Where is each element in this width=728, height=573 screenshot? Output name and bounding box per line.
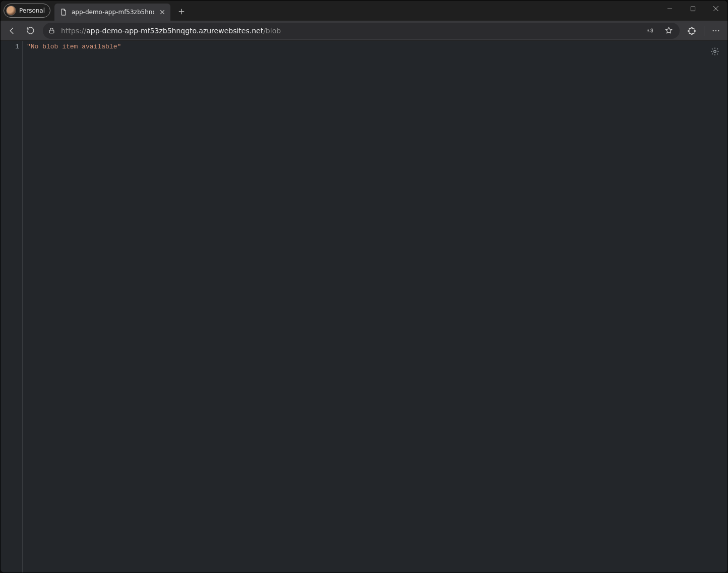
svg-point-13 <box>714 50 716 53</box>
file-icon <box>59 8 68 16</box>
close-window-button[interactable] <box>704 1 727 17</box>
url-text: https://app-demo-app-mf53zb5hnqgto.azure… <box>61 27 637 35</box>
svg-point-12 <box>718 30 719 31</box>
minimize-button[interactable] <box>658 1 681 17</box>
tab-title: app-demo-app-mf53zb5hnqgto <box>72 9 154 16</box>
json-viewer[interactable]: "No blob item available" <box>1 41 727 50</box>
toolbar-right <box>684 23 724 39</box>
toolbar-divider <box>704 26 704 36</box>
page-content: 1 "No blob item available" <box>1 41 727 572</box>
lock-icon[interactable] <box>48 27 56 35</box>
refresh-button[interactable] <box>22 23 39 39</box>
profile-button[interactable]: Personal <box>4 4 50 18</box>
svg-rect-8 <box>49 30 54 33</box>
window-controls <box>658 1 727 17</box>
line-number: 1 <box>1 43 19 50</box>
url-scheme: https:// <box>61 27 86 35</box>
tab-close-button[interactable] <box>158 8 166 16</box>
settings-menu-button[interactable] <box>707 23 724 39</box>
new-tab-button[interactable] <box>173 4 190 20</box>
svg-point-10 <box>713 30 714 31</box>
read-aloud-button[interactable]: A <box>642 23 656 39</box>
toolbar: https://app-demo-app-mf53zb5hnqgto.azure… <box>1 21 727 41</box>
svg-rect-5 <box>691 7 695 11</box>
line-gutter: 1 <box>1 41 23 572</box>
profile-label: Personal <box>19 7 45 14</box>
favorite-button[interactable] <box>661 23 676 39</box>
svg-point-11 <box>715 30 716 31</box>
svg-text:A: A <box>646 28 650 33</box>
back-button[interactable] <box>4 23 21 39</box>
maximize-button[interactable] <box>681 1 704 17</box>
browser-window: Personal app-demo-app-mf53zb5hnqgto <box>0 0 728 573</box>
address-bar[interactable]: https://app-demo-app-mf53zb5hnqgto.azure… <box>43 23 680 39</box>
url-host: app-demo-app-mf53zb5hnqgto.azurewebsites… <box>86 27 263 35</box>
tab-strip: Personal app-demo-app-mf53zb5hnqgto <box>1 1 727 21</box>
json-string-value: "No blob item available" <box>27 43 121 50</box>
url-path: /blob <box>263 27 281 35</box>
avatar <box>6 6 16 16</box>
gear-icon[interactable] <box>710 47 720 57</box>
tab-active[interactable]: app-demo-app-mf53zb5hnqgto <box>54 4 170 21</box>
extensions-button[interactable] <box>684 23 701 39</box>
